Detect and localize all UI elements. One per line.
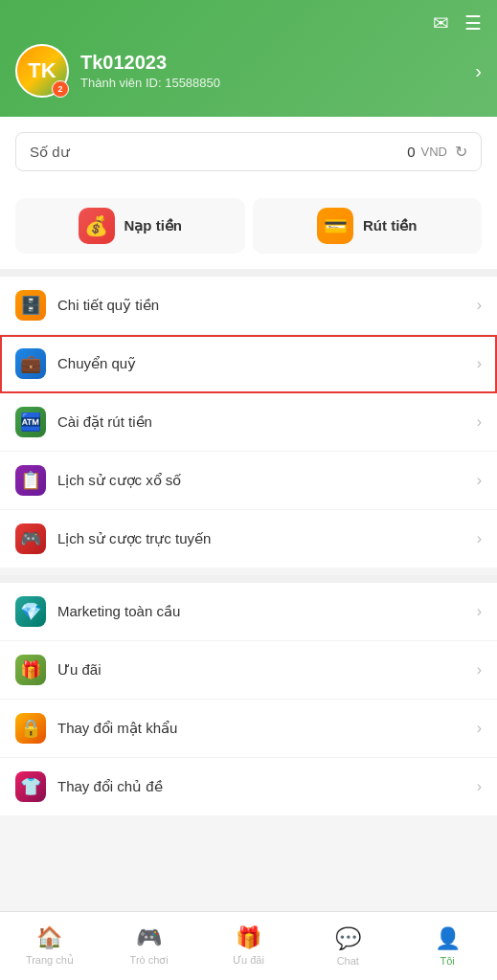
menu-item-chi-tiet-quy-tien[interactable]: 🗄️ Chi tiết quỹ tiền › (0, 277, 497, 335)
nav-icon-chat: 💬 (335, 926, 361, 951)
nav-icon-trang-chu: 🏠 (36, 925, 62, 950)
nav-label-toi: Tôi (440, 955, 454, 967)
chevron-icon-lich-su-cuoc-truc-tuyen: › (477, 530, 482, 547)
menu-icon-lich-su-cuoc-xo-so: 📋 (15, 465, 46, 496)
menu-section-1: 🗄️ Chi tiết quỹ tiền › 💼 Chuyển quỹ › 🏧 … (0, 277, 497, 568)
menu-item-marketing-toan-cau[interactable]: 💎 Marketing toàn cầu › (0, 583, 497, 641)
menu-label-lich-su-cuoc-xo-so: Lịch sử cược xổ số (57, 472, 477, 489)
chevron-icon-uu-dai: › (477, 661, 482, 679)
header-top-icons: ✉ ☰ (15, 11, 482, 34)
nav-item-uu-dai[interactable]: 🎁 Ưu đãi (199, 918, 299, 974)
balance-label: Số dư (30, 144, 407, 161)
chevron-icon-lich-su-cuoc-xo-so: › (477, 472, 482, 489)
menu-icon[interactable]: ☰ (464, 11, 482, 34)
bottom-nav: 🏠 Trang chủ 🎮 Trò chơi 🎁 Ưu đãi 💬 Chat 👤… (0, 911, 497, 980)
menu-label-thay-doi-mat-khau: Thay đổi mật khẩu (57, 720, 477, 737)
menu-item-lich-su-cuoc-truc-tuyen[interactable]: 🎮 Lịch sử cược trực tuyến › (0, 510, 497, 568)
deposit-button[interactable]: 💰 Nạp tiền (15, 198, 245, 254)
action-buttons: 💰 Nạp tiền 💳 Rút tiền (0, 187, 497, 269)
menu-label-lich-su-cuoc-truc-tuyen: Lịch sử cược trực tuyến (57, 530, 477, 547)
menu-label-chi-tiet-quy-tien: Chi tiết quỹ tiền (57, 297, 477, 314)
balance-section: Số dư 0 VND ↻ (0, 117, 497, 187)
menu-icon-thay-doi-mat-khau: 🔒 (15, 713, 46, 744)
nav-icon-tro-choi: 🎮 (136, 925, 162, 950)
menu-icon-cai-dat-rut-tien: 🏧 (15, 407, 46, 437)
nav-label-chat: Chat (337, 955, 359, 967)
menu-item-chuyen-quy[interactable]: 💼 Chuyển quỹ › (0, 335, 497, 393)
menu-item-cai-dat-rut-tien[interactable]: 🏧 Cài đặt rút tiền › (0, 393, 497, 452)
menu-label-thay-doi-chu-de: Thay đổi chủ đề (57, 778, 477, 795)
menu-section-2: 💎 Marketing toàn cầu › 🎁 Ưu đãi › 🔒 Thay… (0, 583, 497, 815)
withdraw-icon: 💳 (317, 208, 353, 244)
balance-currency: VND (421, 145, 447, 159)
refresh-icon[interactable]: ↻ (455, 143, 467, 161)
nav-icon-uu-dai: 🎁 (236, 925, 261, 950)
chevron-icon-cai-dat-rut-tien: › (477, 413, 482, 431)
section-divider-2 (0, 575, 497, 583)
menu-icon-marketing-toan-cau: 💎 (15, 596, 46, 627)
chevron-icon-thay-doi-chu-de: › (477, 778, 482, 795)
nav-item-tro-choi[interactable]: 🎮 Trò chơi (100, 918, 199, 974)
menu-item-lich-su-cuoc-xo-so[interactable]: 📋 Lịch sử cược xổ số › (0, 452, 497, 510)
menu-icon-uu-dai: 🎁 (15, 655, 46, 685)
nav-item-trang-chu[interactable]: 🏠 Trang chủ (0, 918, 100, 974)
avatar-badge: 2 (52, 80, 69, 98)
menu-label-uu-dai: Ưu đãi (57, 661, 477, 679)
chevron-icon-marketing-toan-cau: › (477, 603, 482, 620)
menu-item-uu-dai[interactable]: 🎁 Ưu đãi › (0, 641, 497, 700)
mail-icon[interactable]: ✉ (433, 11, 449, 34)
chevron-icon-thay-doi-mat-khau: › (477, 720, 482, 737)
menu-icon-lich-su-cuoc-truc-tuyen: 🎮 (15, 523, 46, 554)
balance-value: 0 (407, 144, 415, 160)
nav-item-toi[interactable]: 👤 Tôi (397, 919, 497, 974)
profile-chevron-icon[interactable]: › (475, 60, 482, 82)
section-divider-1 (0, 269, 497, 277)
avatar: TK 2 (15, 44, 69, 98)
nav-label-trang-chu: Trang chủ (26, 954, 74, 967)
menu-label-chuyen-quy: Chuyển quỹ (57, 355, 477, 372)
nav-label-uu-dai: Ưu đãi (233, 954, 264, 967)
profile-id: Thành viên ID: 15588850 (80, 76, 463, 90)
chevron-icon-chi-tiet-quy-tien: › (477, 297, 482, 314)
deposit-icon: 💰 (79, 208, 115, 244)
menu-item-thay-doi-chu-de[interactable]: 👕 Thay đổi chủ đề › (0, 758, 497, 815)
chevron-icon-chuyen-quy: › (477, 355, 482, 372)
nav-item-chat[interactable]: 💬 Chat (298, 919, 397, 974)
menu-label-marketing-toan-cau: Marketing toàn cầu (57, 603, 477, 620)
withdraw-label: Rút tiền (363, 217, 417, 234)
menu-icon-chi-tiet-quy-tien: 🗄️ (15, 290, 46, 321)
deposit-label: Nạp tiền (124, 217, 183, 234)
withdraw-button[interactable]: 💳 Rút tiền (253, 198, 483, 254)
nav-icon-toi: 👤 (435, 926, 461, 951)
profile-row[interactable]: TK 2 Tk012023 Thành viên ID: 15588850 › (15, 44, 482, 98)
menu-icon-chuyen-quy: 💼 (15, 348, 46, 379)
profile-info: Tk012023 Thành viên ID: 15588850 (80, 52, 463, 90)
menu-item-thay-doi-mat-khau[interactable]: 🔒 Thay đổi mật khẩu › (0, 700, 497, 758)
menu-icon-thay-doi-chu-de: 👕 (15, 771, 46, 802)
header: ✉ ☰ TK 2 Tk012023 Thành viên ID: 1558885… (0, 0, 497, 117)
profile-name: Tk012023 (80, 52, 463, 74)
menu-label-cai-dat-rut-tien: Cài đặt rút tiền (57, 413, 477, 431)
balance-row: Số dư 0 VND ↻ (15, 132, 482, 171)
nav-label-tro-choi: Trò chơi (130, 954, 169, 967)
